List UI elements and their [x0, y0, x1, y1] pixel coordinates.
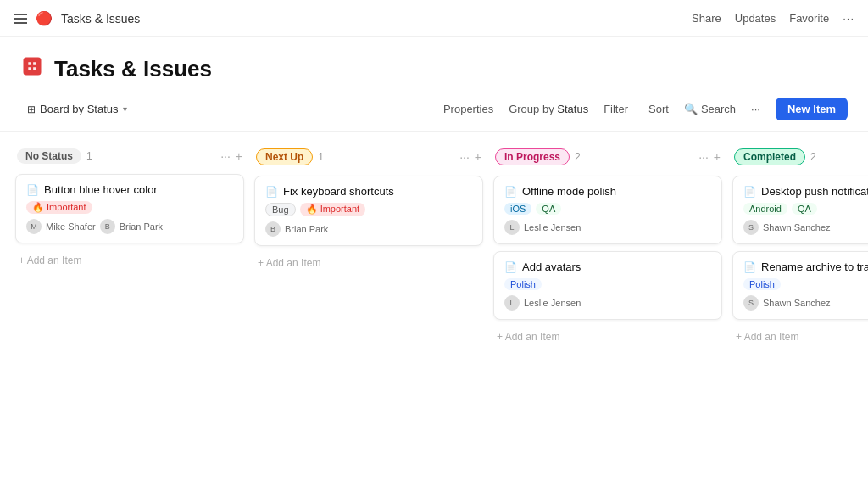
card-title-no-status-0: 📄Button blue hover color	[26, 183, 233, 196]
tag: iOS	[504, 203, 531, 215]
new-item-button[interactable]: New Item	[776, 98, 848, 120]
hamburger-menu[interactable]	[14, 14, 27, 24]
card-no-status-0[interactable]: 📄Button blue hover color🔥 ImportantMMike…	[15, 174, 244, 244]
nav-right: Share Updates Favorite ···	[692, 12, 854, 25]
card-tags-next-up-0: Bug🔥 Important	[265, 203, 472, 216]
svg-rect-0	[24, 58, 42, 76]
column-no-status: No Status1···+📄Button blue hover color🔥 …	[15, 145, 244, 271]
assignee-name: Leslie Jensen	[524, 222, 581, 232]
toolbar: ⊞ Board by Status ▾ Properties Group by …	[0, 94, 868, 132]
column-more-button-in-progress[interactable]: ···	[698, 150, 709, 164]
column-title-in-progress: In Progress	[495, 148, 570, 165]
share-button[interactable]: Share	[692, 12, 721, 25]
card-title-completed-1: 📄Rename archive to trash	[743, 260, 868, 273]
card-title-next-up-0: 📄Fix keyboard shortcuts	[265, 185, 472, 198]
updates-button[interactable]: Updates	[735, 12, 776, 25]
nav-title: Tasks & Issues	[61, 12, 140, 25]
tag: Android	[743, 203, 787, 215]
column-header-no-status: No Status1···+	[15, 145, 244, 167]
board-icon: ⊞	[27, 104, 36, 115]
assignee-name: Brian Park	[120, 221, 163, 232]
column-actions-in-progress: ···+	[698, 150, 721, 164]
column-in-progress: In Progress2···+📄Offline mode polishiOSQ…	[493, 145, 722, 347]
doc-icon: 📄	[504, 261, 517, 273]
column-count-completed: 2	[810, 151, 816, 163]
column-more-button-next-up[interactable]: ···	[459, 150, 470, 164]
column-actions-next-up: ···+	[459, 150, 481, 164]
tag: QA	[792, 203, 817, 215]
properties-button[interactable]: Properties	[438, 99, 498, 119]
tag: 🔥 Important	[300, 203, 366, 216]
page-icon	[20, 54, 44, 84]
search-button[interactable]: 🔍 Search	[684, 103, 736, 115]
column-count-next-up: 1	[318, 151, 324, 163]
avatar: M	[26, 219, 42, 234]
card-next-up-0[interactable]: 📄Fix keyboard shortcutsBug🔥 ImportantBBr…	[254, 176, 483, 246]
avatar: L	[504, 295, 520, 311]
more-options-button[interactable]: ···	[843, 12, 854, 25]
more-toolbar-button[interactable]: ···	[746, 99, 765, 119]
board-view-button[interactable]: ⊞ Board by Status ▾	[20, 99, 134, 119]
card-in-progress-0[interactable]: 📄Offline mode polishiOSQALLeslie Jensen	[493, 176, 722, 244]
doc-icon: 📄	[743, 261, 756, 273]
card-assignees-completed-0: SShawn Sanchez	[743, 220, 868, 235]
add-item-button-completed[interactable]: + Add an Item	[732, 327, 868, 347]
column-add-button-no-status[interactable]: +	[236, 149, 242, 163]
search-icon: 🔍	[684, 103, 698, 115]
card-title-completed-0: 📄Desktop push notifications	[743, 185, 868, 198]
card-title-in-progress-1: 📄Add avatars	[504, 260, 711, 273]
card-tags-no-status-0: 🔥 Important	[26, 201, 233, 214]
card-assignees-in-progress-1: LLeslie Jensen	[504, 295, 711, 311]
card-title-in-progress-0: 📄Offline mode polish	[504, 185, 711, 198]
column-completed: Completed2···+📄Desktop push notification…	[732, 145, 868, 347]
column-count-in-progress: 2	[575, 151, 581, 163]
column-header-completed: Completed2···+	[732, 145, 868, 169]
tag: QA	[536, 203, 561, 215]
add-item-button-next-up[interactable]: + Add an Item	[254, 253, 483, 273]
column-header-in-progress: In Progress2···+	[493, 145, 722, 169]
avatar: S	[743, 220, 759, 235]
avatar: B	[265, 221, 281, 237]
column-title-next-up: Next Up	[256, 148, 313, 165]
column-more-button-no-status[interactable]: ···	[220, 149, 231, 163]
page-title: Tasks & Issues	[54, 56, 212, 82]
tag: Polish	[504, 278, 542, 290]
card-in-progress-1[interactable]: 📄Add avatarsPolishLLeslie Jensen	[493, 251, 722, 320]
assignee-name: Leslie Jensen	[524, 298, 581, 308]
tag: Polish	[743, 278, 781, 290]
card-tags-in-progress-1: Polish	[504, 278, 711, 290]
column-add-button-in-progress[interactable]: +	[714, 150, 721, 164]
filter-button[interactable]: Filter	[598, 99, 633, 119]
avatar: B	[100, 219, 115, 234]
doc-icon: 📄	[743, 186, 756, 198]
chevron-down-icon: ▾	[123, 104, 127, 114]
column-title-no-status: No Status	[17, 148, 81, 164]
card-assignees-next-up-0: BBrian Park	[265, 221, 472, 237]
card-assignees-completed-1: SShawn Sanchez	[743, 295, 868, 311]
doc-icon: 📄	[265, 186, 278, 198]
column-add-button-next-up[interactable]: +	[475, 150, 481, 164]
nav-left: 🔴 Tasks & Issues	[14, 10, 140, 26]
column-actions-no-status: ···+	[220, 149, 242, 163]
toolbar-right: Properties Group by Status Filter Sort 🔍…	[438, 98, 848, 120]
avatar: S	[743, 295, 759, 311]
card-completed-0[interactable]: 📄Desktop push notificationsAndroidQASSha…	[732, 176, 868, 244]
column-header-next-up: Next Up1···+	[254, 145, 483, 169]
tag: Bug	[265, 203, 296, 216]
card-completed-1[interactable]: 📄Rename archive to trashPolishSShawn San…	[732, 251, 868, 320]
favorite-button[interactable]: Favorite	[789, 12, 829, 25]
sort-button[interactable]: Sort	[643, 99, 674, 119]
add-item-button-in-progress[interactable]: + Add an Item	[493, 327, 722, 347]
board-view-label: Board by Status	[40, 103, 119, 115]
card-assignees-no-status-0: MMike ShaferBBrian Park	[26, 219, 233, 234]
page-header: Tasks & Issues	[0, 37, 868, 94]
top-nav: 🔴 Tasks & Issues Share Updates Favorite …	[0, 0, 868, 37]
app-logo-icon: 🔴	[36, 10, 53, 26]
column-next-up: Next Up1···+📄Fix keyboard shortcutsBug🔥 …	[254, 145, 483, 273]
doc-icon: 📄	[504, 186, 517, 198]
card-tags-completed-0: AndroidQA	[743, 203, 868, 215]
toolbar-left: ⊞ Board by Status ▾	[20, 99, 435, 119]
group-by-value[interactable]: Status	[557, 103, 588, 115]
column-title-completed: Completed	[734, 148, 805, 165]
add-item-button-no-status[interactable]: + Add an Item	[15, 250, 244, 271]
